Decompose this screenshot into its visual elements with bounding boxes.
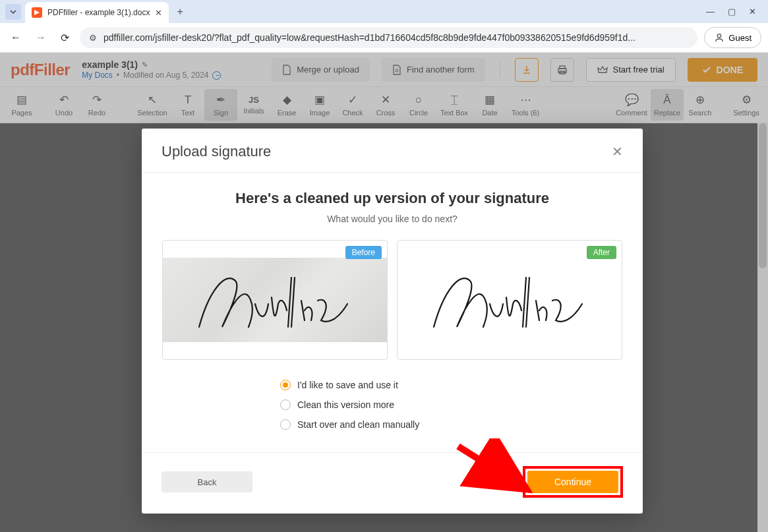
modal-heading: Here's a cleaned up version of your sign… xyxy=(162,190,623,207)
signature-after-image xyxy=(424,264,595,343)
signature-after-box: After xyxy=(397,240,622,360)
url-bar[interactable]: ⚙ pdffiller.com/jsfiller-desk20/?flat_pd… xyxy=(80,27,697,48)
new-tab-button[interactable]: + xyxy=(177,6,183,18)
pdffiller-favicon xyxy=(32,7,42,18)
before-badge: Before xyxy=(345,246,382,259)
window-controls: — ▢ ✕ xyxy=(706,7,763,16)
signature-options: I'd like to save and use it Clean this v… xyxy=(280,380,504,430)
continue-button[interactable]: Continue xyxy=(527,471,618,493)
modal-header: Upload signature ✕ xyxy=(142,129,643,173)
url-text: pdffiller.com/jsfiller-desk20/?flat_pdf_… xyxy=(103,32,635,43)
modal-body: Here's a cleaned up version of your sign… xyxy=(142,173,643,452)
back-button[interactable]: Back xyxy=(162,471,252,492)
signature-before-image xyxy=(189,264,361,343)
svg-point-0 xyxy=(718,34,721,38)
modal-close-icon[interactable]: ✕ xyxy=(612,144,623,160)
option-save-use[interactable]: I'd like to save and use it xyxy=(280,380,504,390)
profile-button[interactable]: Guest xyxy=(704,27,761,48)
tab-search-dropdown[interactable] xyxy=(5,4,21,20)
radio-unselected[interactable] xyxy=(280,419,291,430)
browser-tab-strip: PDFfiller - example 3(1).docx ✕ + — ▢ ✕ xyxy=(0,0,768,23)
modal-title: Upload signature xyxy=(162,143,271,160)
forward-nav-icon: → xyxy=(32,29,50,46)
back-nav-icon[interactable]: ← xyxy=(7,29,25,46)
option-clean-more[interactable]: Clean this version more xyxy=(280,399,504,410)
signature-compare: Before After xyxy=(162,240,623,360)
signature-before-box: Before xyxy=(162,240,388,360)
radio-unselected[interactable] xyxy=(280,399,291,410)
site-settings-icon[interactable]: ⚙ xyxy=(89,33,97,43)
after-badge: After xyxy=(587,246,616,259)
option-start-over[interactable]: Start over and clean manually xyxy=(280,419,504,430)
maximize-button[interactable]: ▢ xyxy=(728,7,736,16)
browser-nav-bar: ← → ⟳ ⚙ pdffiller.com/jsfiller-desk20/?f… xyxy=(0,23,768,53)
continue-highlight: Continue xyxy=(523,466,623,498)
tab-close-icon[interactable]: ✕ xyxy=(155,8,162,18)
upload-signature-modal: Upload signature ✕ Here's a cleaned up v… xyxy=(142,129,643,514)
browser-tab[interactable]: PDFfiller - example 3(1).docx ✕ xyxy=(25,2,169,23)
modal-footer: Back Continue xyxy=(142,452,643,514)
minimize-button[interactable]: — xyxy=(706,7,715,16)
close-window-button[interactable]: ✕ xyxy=(749,7,756,16)
radio-selected[interactable] xyxy=(280,380,291,390)
person-icon xyxy=(714,32,724,43)
tab-title: PDFfiller - example 3(1).docx xyxy=(47,8,150,17)
modal-subtext: What would you like to do next? xyxy=(162,214,623,224)
reload-icon[interactable]: ⟳ xyxy=(57,29,73,47)
